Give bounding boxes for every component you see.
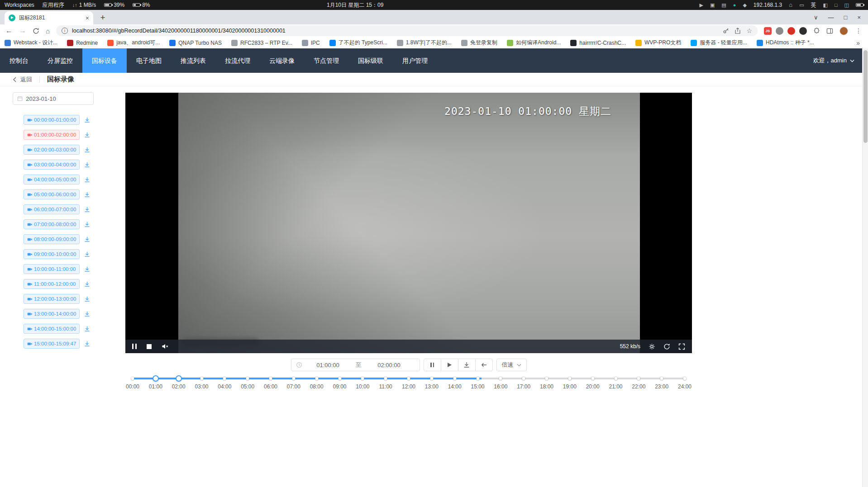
nav-tab[interactable]: 国标设备 [82,48,127,73]
nav-tab[interactable]: 电子地图 [127,48,171,73]
record-range-button[interactable]: 01:00:00-02:00:00 [24,130,80,140]
record-range-button[interactable]: 00:00:00-01:00:00 [24,115,80,125]
nav-tab[interactable]: 控制台 [0,48,38,73]
bookmark-item[interactable]: WVP-PRO文档 [635,39,681,47]
record-download-button[interactable] [84,341,90,347]
close-button[interactable]: × [857,14,861,21]
bookmark-item[interactable]: java、android可... [107,39,160,47]
date-input[interactable] [26,95,89,102]
video-player[interactable]: 2023-01-10 01:00:00 星期二 552 kb/s [125,93,692,353]
timeline-hour-dot[interactable] [476,377,479,380]
timeline-hour-dot[interactable] [131,377,134,380]
timeline-hour-dot[interactable] [499,377,502,380]
scrollbar-thumb[interactable] [863,50,868,143]
date-picker[interactable] [13,92,94,105]
bookmark-item[interactable]: RFC2833 – RTP Ev... [231,40,292,46]
welcome-dropdown[interactable]: 欢迎，admin [813,57,868,65]
address-bar[interactable]: i localhost:38080/#/gbRecordDetail/34020… [56,25,758,36]
home-button[interactable]: ⌂ [46,28,50,34]
workspaces-button[interactable]: Workspaces [5,2,34,8]
record-download-button[interactable] [84,281,90,287]
play-button[interactable] [441,359,458,371]
record-download-button[interactable] [84,311,90,317]
player-fullscreen-button[interactable] [678,343,685,350]
timeline-hour-dot[interactable] [683,377,687,380]
timeline-hour-dot[interactable] [292,377,295,380]
player-reload-button[interactable] [663,343,670,350]
record-download-button[interactable] [84,222,90,227]
record-download-button[interactable] [84,132,90,138]
record-download-button[interactable] [84,236,90,242]
player-settings-button[interactable] [649,343,655,350]
timeline-hour-dot[interactable] [614,377,617,380]
bookmark-item[interactable]: QNAP Turbo NAS [169,40,222,46]
side-panel-icon[interactable] [826,28,833,34]
speed-dropdown[interactable]: 倍速 [496,359,527,371]
bookmark-item[interactable]: Webstack - 设计... [5,39,57,47]
extension-badge[interactable] [787,27,795,35]
timeline-hour-dot[interactable] [430,377,433,380]
rewind-button[interactable] [475,359,493,371]
record-range-button[interactable]: 08:00:00-09:00:00 [24,234,80,244]
bookmark-item[interactable]: 服务器 - 轻量应用... [691,39,747,47]
record-download-button[interactable] [84,192,90,198]
timeline-hour-dot[interactable] [591,377,594,380]
playback-end-time[interactable]: 02:00:00 [363,362,415,369]
timeline-hour-dot[interactable] [223,377,226,380]
timeline-hour-dot[interactable] [315,377,318,380]
chat-tray-icon[interactable]: ▭ [799,0,804,10]
record-range-button[interactable]: 14:00:00-15:00:00 [24,324,80,334]
bookmarks-overflow-icon[interactable]: » [856,39,863,47]
bookmark-item[interactable]: Redmine [67,40,98,46]
extension-badge[interactable] [776,27,783,35]
record-range-button[interactable]: 09:00:00-10:00:00 [24,249,80,259]
ip-address[interactable]: 192.168.1.3 [754,2,782,8]
record-download-button[interactable] [84,296,90,302]
input-method-indicator[interactable]: 英 [811,1,816,9]
share-icon[interactable] [734,28,741,34]
bookmark-item[interactable]: 了不起的 TypeScri... [329,39,387,47]
forward-button[interactable]: → [19,27,26,34]
record-range-button[interactable]: 12:00:00-13:00:00 [24,294,80,304]
timeline-handle[interactable] [176,375,182,382]
timeline-hour-dot[interactable] [407,377,410,380]
record-range-button[interactable]: 13:00:00-14:00:00 [24,309,80,319]
player-pause-button[interactable] [132,344,137,349]
app-indicator-icon[interactable]: ● [733,0,736,10]
record-range-button[interactable]: 03:00:00-04:00:00 [24,160,80,170]
extension-badge[interactable]: JS [764,27,772,35]
timeline-hour-dot[interactable] [545,377,548,380]
bookmark-item[interactable]: hairrrrr/C-CrashC... [570,40,626,46]
browser-menu-icon[interactable]: ⋮ [854,27,863,34]
record-download-button[interactable] [84,162,90,168]
nav-tab[interactable]: 用户管理 [393,48,437,73]
system-battery-icon[interactable] [856,3,863,7]
record-download-button[interactable] [84,177,90,183]
keyboard-tray-icon[interactable]: ◧ [823,0,828,10]
timeline-hour-dot[interactable] [246,377,249,380]
timeline-hour-dot[interactable] [637,377,640,380]
pause-button[interactable] [424,359,441,371]
time-range-box[interactable]: 01:00:00 至 02:00:00 [291,359,420,371]
download-button[interactable] [458,359,476,371]
bookmark-item[interactable]: 1.8W字|了不起的... [397,39,452,47]
back-link[interactable]: 返回 [12,76,32,84]
profile-avatar[interactable] [839,27,848,35]
timeline-hour-dot[interactable] [338,377,341,380]
new-tab-button[interactable]: + [97,12,109,24]
record-download-button[interactable] [84,326,90,332]
puzzle-icon[interactable] [813,28,820,34]
back-button[interactable]: ← [5,27,13,34]
timeline-hour-dot[interactable] [361,377,364,380]
timeline-hour-dot[interactable] [200,377,203,380]
timeline-hour-dot[interactable] [384,377,387,380]
nav-tab[interactable]: 推流列表 [171,48,215,73]
record-range-button[interactable]: 05:00:00-06:00:00 [24,189,80,199]
timeline-hour-dot[interactable] [568,377,571,380]
playback-start-time[interactable]: 01:00:00 [302,362,354,369]
browser-tab[interactable]: 国标28181 × [5,11,93,24]
bookmark-item[interactable]: HDAtmos :: 种子 *... [757,39,814,47]
nav-tab[interactable]: 分屏监控 [38,48,82,73]
maximize-button[interactable]: □ [844,14,848,21]
system-clock[interactable]: 1月10日 星期二 15：09 [327,0,383,10]
